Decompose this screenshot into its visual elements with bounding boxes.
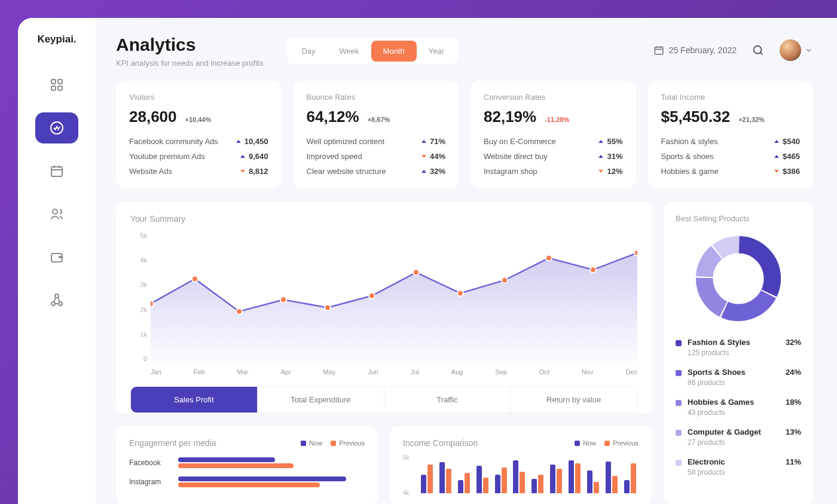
summary-tab[interactable]: Sales Profit [131,387,257,413]
donut-chart [676,234,801,323]
user-menu[interactable] [780,39,813,61]
income-bar-pair [569,460,581,493]
svg-point-18 [369,293,375,299]
search-icon [752,44,765,57]
kpi-delta: +10,44% [185,115,212,124]
income-bar-pair [458,473,470,493]
date-picker[interactable]: 25 February, 2022 [653,45,737,56]
svg-point-8 [55,294,59,298]
income-bar-pair [550,465,562,493]
income-bar-pair [495,468,507,493]
income-bar-pair [439,462,451,493]
period-tab-year[interactable]: Year [417,41,456,62]
sidebar-nav [18,69,96,316]
kpi-label: Visitors [129,93,268,102]
kpi-delta: +8,67% [368,115,390,124]
engagement-row: Instagram [129,476,365,487]
users-icon [50,207,64,221]
legend-prev: Previous [613,439,639,447]
kpi-value: 64,12% [307,108,359,126]
app-window: Keypiai. Analy [18,18,837,504]
nav-users[interactable] [35,198,78,230]
svg-rect-11 [655,47,663,54]
nav-analytics[interactable] [35,112,78,143]
chart-x-axis: JanFebMarAprMayJunJulAugSepOctNovDec [151,368,637,375]
income-y-axis: 5k4k [403,454,410,496]
income-bar-pair [624,463,636,493]
header-titles: Analytics KPI analysis for needs and inc… [116,35,263,68]
page-subtitle: KPI analysis for needs and increase prof… [116,59,263,68]
nav-calendar[interactable] [35,155,78,187]
kpi-item: Buy on E-Commerce55% [484,137,623,146]
best-item: Computer & Gadget13%27 products [676,427,801,447]
kpi-card: Conversion Rates82,19%-11,28%Buy on E-Co… [471,81,636,188]
kpi-row: Visitors28,600+10,44%Facebook community … [116,81,813,188]
calendar-icon [50,164,64,178]
nav-wallet[interactable] [35,242,78,273]
summary-tab[interactable]: Total Expenditure [257,387,384,413]
period-tab-month[interactable]: Month [371,41,417,62]
summary-tab[interactable]: Traffic [384,387,511,413]
best-selling-list: Fashion & Styles32%125 productsSports & … [676,338,801,476]
engagement-card: Engagement per media Now Previous Facebo… [116,426,378,504]
wallet-icon [50,250,64,264]
income-legend: Now Previous [575,439,639,447]
kpi-item: Fashion & styles$540 [661,137,801,146]
kpi-value: 82,19% [484,108,536,126]
svg-point-10 [59,302,62,306]
income-title: Income Comparison [403,438,478,448]
bottom-row: Engagement per media Now Previous Facebo… [116,426,652,504]
svg-point-15 [236,308,242,314]
engagement-legend: Now Previous [301,439,365,447]
best-selling-title: Best Selling Products [676,214,801,223]
period-tabs: DayWeekMonthYear [287,38,459,64]
kpi-item: Sports & shoes$465 [661,152,801,161]
brand-logo: Keypiai. [37,33,76,45]
kpi-card: Visitors28,600+10,44%Facebook community … [116,81,282,188]
color-swatch [676,430,682,436]
kpi-label: Conversion Rates [484,93,623,102]
kpi-label: Total Income [661,93,801,102]
chevron-down-icon [805,46,813,54]
kpi-item: Clear website structure32% [307,167,446,176]
date-text: 25 February, 2022 [669,45,737,55]
kpi-item: Instagram shop12% [484,167,623,176]
summary-chart: 5k4k3k2k1k0 JanFebMarAprMayJunJulAugSepO… [130,232,637,375]
summary-card: Your Summary 5k4k3k2k1k0 JanFebMarAprMay… [116,202,652,413]
income-bar-pair [587,471,599,493]
svg-point-17 [325,304,331,310]
color-swatch [676,460,682,466]
svg-rect-0 [51,80,56,84]
kpi-card: Total Income$5,450.32+21,32%Fashion & st… [648,81,814,188]
svg-point-12 [754,46,762,54]
avatar [780,39,801,61]
svg-rect-5 [51,167,62,176]
summary-tab[interactable]: Return by value [510,387,637,413]
period-tab-day[interactable]: Day [289,41,327,62]
search-button[interactable] [747,39,769,61]
svg-point-14 [192,276,198,282]
income-bars [418,457,639,493]
best-selling-card: Best Selling Products Fashion & Styles32… [664,202,813,504]
kpi-item: Website direct buy31% [484,152,623,161]
period-tab-week[interactable]: Week [328,41,371,62]
income-bar-pair [421,465,433,493]
engagement-title: Engagement per media [129,438,216,448]
svg-point-19 [413,270,419,276]
best-item: Hobbies & Games18%43 products [676,398,801,417]
page-title: Analytics [116,35,263,55]
engagement-row: Facebook [129,457,365,468]
header-actions: 25 February, 2022 [653,39,813,61]
engagement-rows: FacebookInstagram [129,457,365,487]
kpi-item: Improved speed44% [307,152,446,161]
color-swatch [676,400,682,406]
legend-now: Now [309,439,322,447]
best-item: Fashion & Styles32%125 products [676,338,801,357]
kpi-card: Bounce Rates64,12%+8,67%Well optimized c… [294,81,459,188]
svg-rect-3 [58,86,62,90]
nav-share[interactable] [35,285,78,316]
nav-dashboard[interactable] [35,69,78,100]
best-item: Electronic11%58 products [676,457,801,476]
svg-point-23 [590,267,596,273]
header: Analytics KPI analysis for needs and inc… [116,35,813,68]
